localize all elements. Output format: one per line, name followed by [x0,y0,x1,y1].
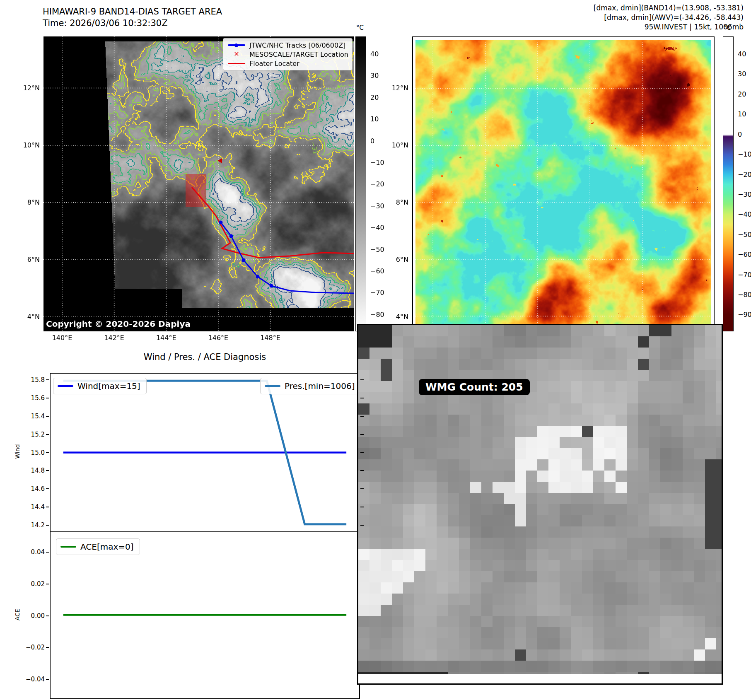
pressure-legend: Pres.[min=1006] [260,378,361,394]
lat-tick-label: 10°N [23,141,40,149]
header-line-awv: [dmax, dmin](AWV)=(-34.426, -58.443) [594,13,744,22]
colorbar-tick-label: −30 [738,191,751,198]
tick-mark [360,470,364,471]
colorbar-tick-label: 10 [738,110,746,118]
lon-tick-label: 148°E [256,334,285,342]
band14-map-panel: −76−64−54−31−54 JTWC/NHC Tracks [06/0600… [43,36,354,331]
tick-mark [46,434,49,435]
ace-tick-label: 0.00 [31,612,45,620]
tick-mark [360,398,364,398]
wind-tick-label: 15.8 [31,376,45,384]
ace-tick-label: −0.04 [26,676,45,683]
wind-pressure-lines [51,374,359,531]
wmg-canvas [358,325,722,683]
awv-colorbar-ticks: 403020100−10−20−30−40−50−60−70−80−90 [736,36,751,331]
ace-line-icon [60,546,76,548]
wind-tick-axis: 15.815.615.415.215.014.814.614.414.2 [24,373,47,532]
wmg-count-badge: WMG Count: 205 [419,379,530,395]
tick-mark [360,525,364,526]
header-line-band14: [dmax, dmin](BAND14)=(13.908, -53.381) [594,3,744,13]
awv-overlay [413,37,714,331]
tick-mark [46,470,49,471]
colorbar-tick-label: 40 [738,50,746,58]
lon-tick-label: 142°E [100,334,129,342]
tick-mark [360,379,364,380]
colorbar-tick-label: −50 [738,231,751,239]
tick-mark [360,452,364,453]
band14-colorbar [355,36,366,331]
wind-tick-label: 14.6 [31,485,45,492]
copyright: Copyright © 2020-2026 Dapiya [46,319,191,329]
colorbar-tick-label: −30 [370,202,384,210]
ace-legend: ACE[max=0] [56,538,140,555]
band14-overlay [43,36,354,331]
wind-pressure-subplot [50,373,360,532]
colorbar-tick-label: 10 [370,115,379,123]
legend-label-target: MESOSCALE/TARGET Location [249,51,348,58]
legend-label-tracks: JTWC/NHC Tracks [06/0600Z] [249,41,345,49]
figure-root: HIMAWARI-9 BAND14-DIAS TARGET AREA Time:… [0,0,751,700]
tick-mark [46,416,49,417]
ace-axis-label: ACE [14,594,21,635]
colorbar-tick-label: −70 [738,271,751,279]
awv-colorbar-unit: °C [724,24,740,31]
wind-tick-label: 15.4 [31,413,45,420]
tick-mark [46,488,49,489]
wind-tick-label: 14.8 [31,467,45,474]
red-line-icon [227,60,246,66]
tick-mark [46,525,49,526]
legend-row-floater: Floater Locater [227,59,348,68]
awv-colorbar [723,36,734,331]
wind-legend: Wind[max=15] [53,378,147,394]
colorbar-tick-label: −80 [738,291,751,299]
lat-tick-label: 8°N [396,198,408,206]
tick-mark [46,647,49,648]
colorbar-tick-label: 0 [370,137,374,145]
lat-tick-label: 4°N [27,313,40,321]
colorbar-tick-label: 30 [370,72,379,80]
ace-tick-label: −0.02 [26,644,45,651]
lat-tick-label: 10°N [392,141,408,149]
tick-mark [46,507,49,507]
wind-line-icon [58,385,73,387]
colorbar-tick-label: −20 [370,180,384,188]
wind-tick-label: 14.2 [31,521,45,529]
legend-label-floater: Floater Locater [249,60,299,68]
ace-tick-label: 0.02 [31,580,45,588]
tick-mark [46,379,49,380]
legend-row-tracks: JTWC/NHC Tracks [06/0600Z] [227,41,348,50]
tick-mark [46,452,49,453]
track-line-icon [227,42,246,48]
colorbar-tick-label: −70 [370,289,384,297]
band14-lat-axis: 12°N10°N8°N6°N4°N [17,36,41,331]
lon-tick-label: 144°E [152,334,181,342]
band14-time: Time: 2026/03/06 10:32:30Z [43,18,168,28]
tick-mark [46,679,49,680]
lat-tick-label: 6°N [396,256,408,263]
colorbar-tick-label: −50 [370,246,384,253]
contour-label: −76 [238,121,251,129]
wmg-panel: WMG Count: 205 [357,324,723,685]
tick-mark [46,552,49,553]
ace-legend-label: ACE[max=0] [80,542,134,552]
colorbar-tick-label: 20 [738,90,746,98]
ace-tick-axis: 0.040.020.00−0.02−0.04 [24,532,47,699]
band14-title: HIMAWARI-9 BAND14-DIAS TARGET AREA [43,7,222,17]
colorbar-tick-label: −10 [370,159,384,167]
pressure-legend-label: Pres.[min=1006] [285,381,355,391]
legend-row-target: ✕ MESOSCALE/TARGET Location [227,50,348,59]
map-legend: JTWC/NHC Tracks [06/0600Z] ✕ MESOSCALE/T… [223,38,353,70]
lat-tick-label: 12°N [392,84,408,92]
colorbar-tick-label: 30 [738,70,746,78]
lon-tick-label: 140°E [48,334,77,342]
band14-colorbar-unit: °C [356,24,373,31]
ace-tick-label: 0.04 [31,548,45,556]
colorbar-tick-label: −40 [370,224,384,232]
colorbar-tick-label: −60 [370,267,384,275]
colorbar-tick-label: −40 [738,210,751,218]
wind-legend-label: Wind[max=15] [77,381,140,391]
lon-tick-label: 146°E [204,334,233,342]
diagnosis-title: Wind / Pres. / ACE Diagnosis [50,352,360,362]
ace-subplot [50,532,360,699]
tick-mark [360,434,364,435]
